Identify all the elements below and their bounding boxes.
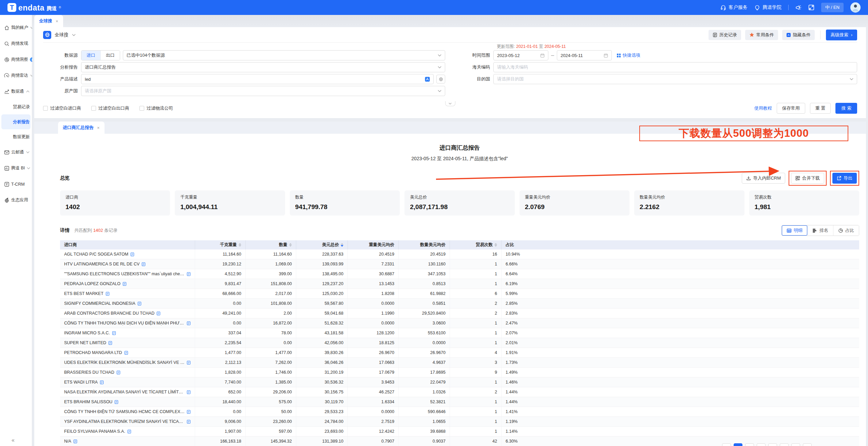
merge-download-button[interactable]: 合并下载 xyxy=(791,173,824,184)
language-switcher[interactable]: 中 / EN xyxy=(821,3,844,12)
export-button[interactable]: 导出 xyxy=(832,173,857,184)
company-profile-icon[interactable] xyxy=(106,292,110,296)
advanced-search-button[interactable]: 高级搜索 › xyxy=(826,30,857,40)
sidebar-item-5[interactable]: 云邮通 xyxy=(0,144,32,160)
company-profile-icon[interactable] xyxy=(116,370,120,375)
view-toggle-2[interactable]: 占比 xyxy=(833,225,859,236)
sidebar-item-0[interactable]: 我的账户 xyxy=(0,20,32,36)
tutorial-link[interactable]: 使用教程 xyxy=(754,105,772,111)
hs-code-input[interactable]: 请输入海关编码 xyxy=(493,62,857,72)
pagination-page-5[interactable]: 5 xyxy=(780,443,789,446)
save-conditions-button[interactable]: 保存常用 xyxy=(777,103,805,114)
import-toggle[interactable]: 进口 xyxy=(81,51,100,60)
date-from-input[interactable]: 2023-05-12 xyxy=(493,50,548,60)
product-desc-input[interactable]: led xyxy=(81,74,434,84)
company-profile-icon[interactable] xyxy=(187,360,191,365)
column-header-1[interactable]: 千克重量 xyxy=(195,240,246,249)
company-profile-icon[interactable] xyxy=(130,252,134,257)
sidebar-item-2[interactable]: 商情洞察PRO xyxy=(0,52,32,68)
destination-select[interactable]: 请选择目的国 xyxy=(493,74,857,84)
datasource-select[interactable]: 已选中104个数据源 xyxy=(123,50,445,60)
company-profile-icon[interactable] xyxy=(187,390,191,394)
pagination-page-4[interactable]: 4 xyxy=(768,443,777,446)
sort-icon[interactable] xyxy=(341,243,343,247)
checkbox-icon[interactable] xyxy=(139,106,144,111)
sidebar-subitem[interactable]: 分析报告 xyxy=(1,114,31,129)
announcement-icon[interactable] xyxy=(795,4,801,11)
view-toggle-0[interactable]: 明细 xyxy=(782,225,807,236)
user-avatar[interactable] xyxy=(850,2,861,13)
pagination-page-2[interactable]: 2 xyxy=(745,443,754,446)
checkbox-icon[interactable] xyxy=(43,106,48,111)
pagination-page-3[interactable]: 3 xyxy=(757,443,766,446)
checkbox-icon[interactable] xyxy=(91,106,96,111)
import-crm-button[interactable]: 导入内部CRM xyxy=(742,173,785,184)
column-header-3[interactable]: 美元总价 xyxy=(296,240,348,249)
sidebar-item-3[interactable]: 商情雷达 xyxy=(0,68,32,83)
close-icon[interactable]: × xyxy=(56,19,58,24)
report-type-select[interactable]: 进口商汇总报告 xyxy=(81,62,445,72)
academy-button[interactable]: 腾道学院 xyxy=(754,4,781,11)
origin-country-select[interactable]: 请选择原产国 xyxy=(81,86,445,96)
sidebar-item-4[interactable]: 数据通 xyxy=(0,83,32,99)
filter-checkbox-0[interactable]: 过滤空白进口商 xyxy=(43,105,81,111)
company-profile-icon[interactable] xyxy=(108,341,112,345)
pagination-ellipsis[interactable]: … xyxy=(791,443,800,446)
company-profile-icon[interactable] xyxy=(141,262,146,266)
cell: 0.00 xyxy=(195,407,246,416)
report-tab[interactable]: 进口商汇总报告 × xyxy=(58,122,105,134)
company-profile-icon[interactable] xyxy=(187,272,191,276)
history-button[interactable]: 历史记录 xyxy=(709,30,741,40)
pagination-next[interactable]: › xyxy=(803,443,812,446)
sort-icon[interactable] xyxy=(239,243,241,247)
hide-conditions-button[interactable]: 隐藏条件 xyxy=(782,30,815,40)
company-profile-icon[interactable] xyxy=(122,282,127,286)
sidebar-subitem[interactable]: 贸易记录 xyxy=(0,99,32,114)
cell: 2,235.54 xyxy=(195,338,246,348)
fullscreen-icon[interactable] xyxy=(808,4,814,11)
workspace-tab-global-search[interactable]: 全球搜 × xyxy=(34,15,63,27)
filter-checkbox-2[interactable]: 过滤物流公司 xyxy=(139,105,173,111)
date-to-input[interactable]: 2024-05-11 xyxy=(557,50,612,60)
company-profile-icon[interactable] xyxy=(124,351,128,355)
company-profile-icon[interactable] xyxy=(187,321,191,326)
image-search-icon[interactable] xyxy=(436,75,445,83)
company-profile-icon[interactable] xyxy=(73,439,77,444)
column-header-2[interactable]: 数量 xyxy=(246,240,296,249)
sidebar-item-8[interactable]: 生态应用 xyxy=(0,192,32,208)
reset-button[interactable]: 重 置 xyxy=(810,103,831,114)
company-profile-icon[interactable] xyxy=(127,429,131,434)
sidebar-item-6[interactable]: 腾道 BI xyxy=(0,160,32,176)
company-profile-icon[interactable] xyxy=(112,331,116,335)
view-toggle-1[interactable]: 排名 xyxy=(807,225,833,236)
sidebar-collapse-button[interactable]: « xyxy=(12,437,15,443)
translate-icon[interactable] xyxy=(425,77,430,82)
company-profile-icon[interactable] xyxy=(100,380,104,385)
sidebar-item-1[interactable]: 商情发现 xyxy=(0,36,32,52)
chevron-down-icon[interactable] xyxy=(72,34,76,36)
sort-icon[interactable] xyxy=(289,243,292,247)
cell: 26.9670 xyxy=(348,348,399,357)
sort-icon[interactable] xyxy=(494,243,497,247)
company-profile-icon[interactable] xyxy=(156,311,161,316)
search-button[interactable]: 搜 索 xyxy=(835,103,857,114)
chevron-down-icon xyxy=(26,151,30,153)
customer-service-button[interactable]: 客户服务 xyxy=(720,4,748,11)
pagination-page-1[interactable]: 1 xyxy=(734,443,742,446)
column-header-6[interactable]: 贸易次数 xyxy=(450,240,502,249)
export-toggle[interactable]: 出口 xyxy=(100,51,120,60)
favorite-conditions-button[interactable]: 常用条件 xyxy=(745,30,778,40)
pagination-prev[interactable]: ‹ xyxy=(722,443,731,446)
module-selector[interactable]: 全球搜 xyxy=(55,32,69,38)
company-profile-icon[interactable] xyxy=(187,420,191,424)
company-profile-icon[interactable] xyxy=(187,410,191,414)
filter-checkbox-1[interactable]: 过滤空白出口商 xyxy=(91,105,129,111)
close-icon[interactable]: × xyxy=(97,125,100,130)
sidebar-item-7[interactable]: T-CRM xyxy=(0,176,32,192)
quick-options-link[interactable]: 快捷选项 xyxy=(617,52,640,58)
sidebar-subitem[interactable]: 数据更新 xyxy=(0,129,32,144)
sidebar-item-label: 生态应用 xyxy=(11,197,28,203)
company-profile-icon[interactable] xyxy=(137,301,141,306)
collapse-filters-button[interactable] xyxy=(445,101,455,106)
company-profile-icon[interactable] xyxy=(114,400,118,404)
